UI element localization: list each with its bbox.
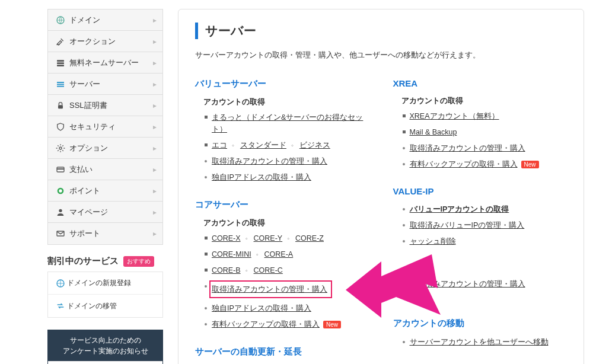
promo-list: ドメインの新規登録 ドメインの移管 xyxy=(47,272,163,318)
stack-icon xyxy=(54,79,67,89)
chevron-right-icon: ▸ xyxy=(153,80,157,88)
nav-item-point[interactable]: ポイント ▸ xyxy=(48,180,162,202)
link-valueip-account[interactable]: バリューIPアカウントの取得 xyxy=(410,205,509,213)
lock-icon xyxy=(54,101,67,110)
nav-item-nameserver[interactable]: 無料ネームサーバー ▸ xyxy=(48,52,162,74)
link-manage-purchase[interactable]: 取得済みアカウントの管理・購入 xyxy=(212,157,327,165)
svg-rect-11 xyxy=(57,168,64,170)
nav-item-option[interactable]: オプション ▸ xyxy=(48,138,162,159)
svg-rect-3 xyxy=(57,62,64,64)
globe-icon xyxy=(54,279,67,288)
nav-item-security[interactable]: セキュリティ ▸ xyxy=(48,116,162,138)
link-manage-purchase-core[interactable]: 取得済みアカウントの管理・購入 xyxy=(212,285,327,293)
nav-label: オークション xyxy=(67,36,153,47)
link-backup-core[interactable]: 有料バックアップの取得・購入 xyxy=(212,320,320,328)
left-column: バリューサーバー アカウントの取得 まるっと（ドメイン&サーバーのお得なセット）… xyxy=(195,75,369,364)
link-account-transfer[interactable]: サーバーアカウントを他ユーザーへ移動 xyxy=(410,338,549,346)
recommended-badge: おすすめ xyxy=(123,256,154,267)
right-column: XREA アカウントの取得 XREAアカウント（無料） Mail & Backu… xyxy=(393,75,568,364)
page-description: サーバーアカウントの取得・管理・購入や、他ユーザーへの移動などが行えます。 xyxy=(195,50,567,60)
sidebar-nav: ドメイン ▸ オークション ▸ 無料ネームサーバー ▸ サーバー ▸ SSL証明… xyxy=(47,9,163,245)
nav-item-ssl[interactable]: SSL証明書 ▸ xyxy=(48,95,162,116)
nav-label: サーバー xyxy=(67,79,153,90)
chevron-right-icon: ▸ xyxy=(153,16,157,24)
mail-icon xyxy=(54,229,67,238)
promo-item-register[interactable]: ドメインの新規登録 xyxy=(48,272,162,295)
promo-label: ドメインの移管 xyxy=(67,301,117,311)
subheading-account: アカウントの取得 xyxy=(203,218,369,228)
gear-icon xyxy=(54,143,67,153)
link-core-y[interactable]: CORE-Y xyxy=(254,232,283,244)
transfer-icon xyxy=(54,301,67,311)
nav-item-mypage[interactable]: マイページ ▸ xyxy=(48,202,162,223)
link-ip-purchase-core[interactable]: 独自IPアドレスの取得・購入 xyxy=(212,304,311,312)
chevron-right-icon: ▸ xyxy=(153,37,157,46)
nav-label: 無料ネームサーバー xyxy=(67,58,153,68)
section-value-ip: VALUE-IP xyxy=(393,186,568,196)
chevron-right-icon: ▸ xyxy=(153,123,157,131)
link-core-c[interactable]: CORE-C xyxy=(254,264,283,276)
nav-label: ドメイン xyxy=(67,15,153,25)
chevron-right-icon: ▸ xyxy=(153,208,157,216)
chevron-right-icon: ▸ xyxy=(153,101,157,110)
nav-item-domain[interactable]: ドメイン ▸ xyxy=(48,9,162,31)
link-ip-purchase[interactable]: 独自IPアドレスの取得・購入 xyxy=(212,173,311,181)
svg-rect-6 xyxy=(57,84,64,85)
section-auto-renew: サーバーの自動更新・延長 xyxy=(195,346,369,357)
link-mail-backup[interactable]: Mail & Backup xyxy=(410,128,457,136)
nav-label: マイページ xyxy=(67,207,153,218)
link-manage-xrea[interactable]: 取得済みアカウントの管理・購入 xyxy=(410,144,525,152)
svg-rect-2 xyxy=(57,60,64,62)
user-icon xyxy=(54,207,67,217)
svg-point-13 xyxy=(59,189,62,192)
chevron-right-icon: ▸ xyxy=(153,144,157,152)
link-core-b[interactable]: CORE-B xyxy=(212,264,241,276)
nav-label: ポイント xyxy=(67,186,153,196)
nav-label: サポート xyxy=(67,228,153,239)
promo-label: ドメインの新規登録 xyxy=(67,278,131,288)
nav-label: SSL証明書 xyxy=(67,100,153,111)
chevron-right-icon: ▸ xyxy=(153,229,157,238)
svg-point-9 xyxy=(59,147,62,149)
svg-rect-5 xyxy=(57,82,64,83)
main-content: サーバー サーバーアカウントの取得・管理・購入や、他ユーザーへの移動などが行えま… xyxy=(178,9,584,364)
link-cache-delete[interactable]: ャッシュ削除 xyxy=(410,237,456,245)
link-business[interactable]: ビジネス xyxy=(299,139,330,151)
link-standard[interactable]: スタンダード xyxy=(240,139,286,151)
shield-icon xyxy=(54,122,67,132)
link-xrea-free[interactable]: XREAアカウント（無料） xyxy=(410,112,499,120)
nav-item-payment[interactable]: 支払い ▸ xyxy=(48,159,162,180)
survey-line1: サービス向上のための xyxy=(52,335,159,346)
link-backup-xrea[interactable]: 有料バックアップの取得・購入 xyxy=(410,160,518,168)
chevron-right-icon: ▸ xyxy=(153,59,157,67)
promo-title: 割引中のサービス xyxy=(47,256,119,267)
survey-link-details[interactable]: ・詳しい内容についてはこちら xyxy=(48,361,162,364)
survey-line2: アンケート実施のお知らせ xyxy=(52,346,159,356)
chevron-right-icon: ▸ xyxy=(153,187,157,195)
nav-item-auction[interactable]: オークション ▸ xyxy=(48,31,162,52)
nav-item-support[interactable]: サポート ▸ xyxy=(48,223,162,244)
nav-label: オプション xyxy=(67,143,153,154)
globe-icon xyxy=(54,15,67,25)
credit-card-icon xyxy=(54,165,67,174)
page-title: サーバー xyxy=(195,23,567,39)
new-badge: New xyxy=(521,161,539,168)
link-core-x[interactable]: CORE-X xyxy=(212,232,241,244)
promo-item-transfer[interactable]: ドメインの移管 xyxy=(48,295,162,317)
link-manage-valueip[interactable]: 取得済みバリューIPの管理・購入 xyxy=(410,221,525,229)
chevron-right-icon: ▸ xyxy=(153,165,157,174)
nav-label: セキュリティ xyxy=(67,122,153,132)
nav-label: 支払い xyxy=(67,164,153,175)
link-manage-purchase-vip[interactable]: 取得済みアカウントの管理・購入 xyxy=(410,280,525,288)
link-eco[interactable]: エコ xyxy=(212,139,227,151)
link-core-z[interactable]: CORE-Z xyxy=(295,232,324,244)
link-core-a[interactable]: CORE-A xyxy=(264,248,294,260)
link-marutto[interactable]: まるっと（ドメイン&サーバーのお得なセット） xyxy=(212,113,363,133)
svg-rect-4 xyxy=(57,65,64,66)
nav-item-server[interactable]: サーバー ▸ xyxy=(48,74,162,95)
svg-rect-1 xyxy=(56,44,59,44)
survey-heading: サービス向上のための アンケート実施のお知らせ xyxy=(48,330,162,361)
survey-box: サービス向上のための アンケート実施のお知らせ ・詳しい内容についてはこちら ・… xyxy=(47,330,163,364)
highlighted-link: 取得済みアカウントの管理・購入 xyxy=(209,280,332,298)
link-core-mini[interactable]: CORE-MINI xyxy=(212,248,251,260)
